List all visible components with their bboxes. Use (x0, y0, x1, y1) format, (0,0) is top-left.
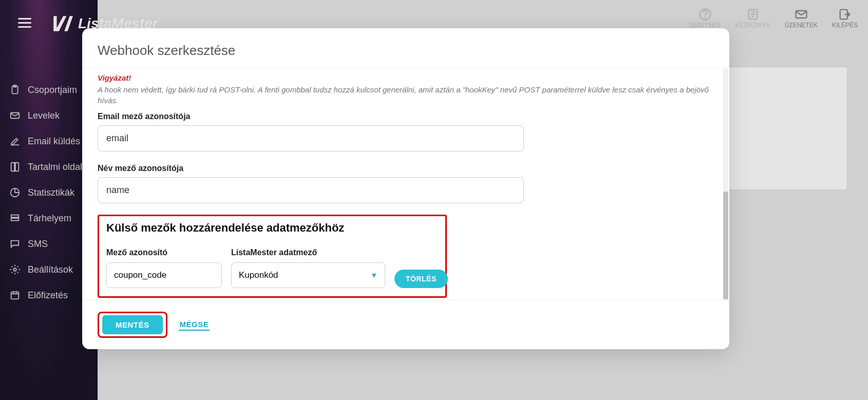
mapping-field-id-input[interactable] (106, 262, 222, 288)
cancel-button[interactable]: MÉGSE (179, 319, 210, 331)
save-button[interactable]: MENTÉS (102, 315, 163, 334)
email-field-label: Email mező azonosítója (98, 112, 714, 121)
scrollbar-thumb[interactable] (723, 192, 728, 299)
mapping-col-field-id-label: Mező azonosító (106, 248, 222, 257)
chevron-down-icon: ▼ (370, 271, 378, 279)
field-mapping-section: Külső mezők hozzárendelése adatmezőkhöz … (98, 215, 447, 298)
webhook-edit-modal: Webhook szerkesztése Vigyázat! A hook ne… (82, 28, 729, 349)
mapping-lm-field-select[interactable]: Kuponkód ▼ (231, 262, 385, 288)
name-field-label: Név mező azonosítója (98, 164, 714, 173)
mapping-delete-button[interactable]: TÖRLÉS (394, 270, 448, 288)
name-field-input[interactable] (98, 177, 524, 203)
mapping-col-lm-field-label: ListaMester adatmező (231, 248, 385, 257)
mapping-row: Mező azonosító ListaMester adatmező Kupo… (106, 244, 438, 288)
modal-body[interactable]: Vigyázat! A hook nem védett, így bárki t… (82, 68, 729, 300)
mapping-heading: Külső mezők hozzárendelése adatmezőkhöz (106, 221, 438, 235)
modal-footer: MENTÉS MÉGSE (82, 300, 729, 349)
save-highlight-box: MENTÉS (98, 312, 167, 338)
warning-title: Vigyázat! (98, 73, 714, 82)
email-field-input[interactable] (98, 125, 524, 151)
modal-title: Webhook szerkesztése (82, 28, 729, 68)
warning-text: A hook nem védett, így bárki tud rá POST… (98, 84, 714, 106)
mapping-lm-field-value: Kuponkód (239, 270, 278, 280)
